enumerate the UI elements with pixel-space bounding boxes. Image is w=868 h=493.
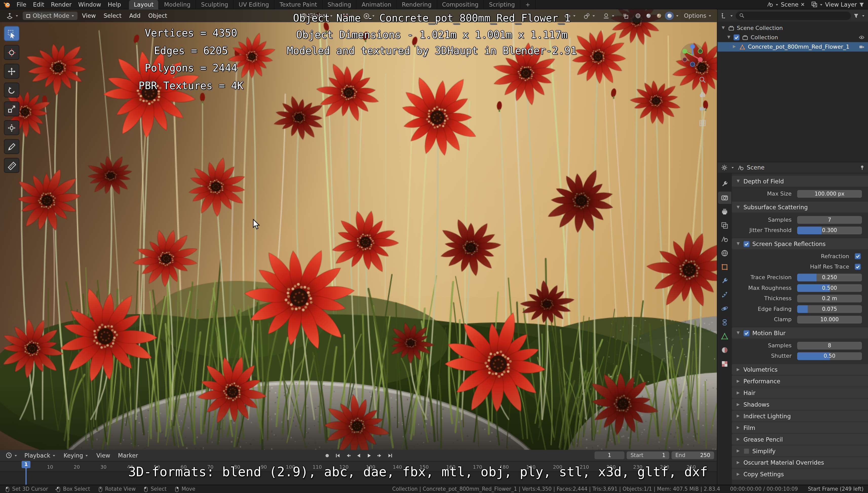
transport-record-button[interactable] [322,451,331,459]
options-button[interactable]: Options [681,12,715,20]
properties-tab-data[interactable] [718,330,731,342]
tab-uv-editing[interactable]: UV Editing [234,0,275,9]
nav-camera-button[interactable] [698,105,707,112]
panel-hair[interactable]: ▶Hair [732,387,868,398]
current-frame-field[interactable]: 1 [594,451,624,459]
timeline-editor-button[interactable] [3,451,21,460]
menu-help[interactable]: Help [104,0,124,9]
toggle-eye-icon[interactable] [859,35,865,41]
field-samples[interactable]: 8 [797,342,862,349]
tab-modeling[interactable]: Modeling [159,0,196,9]
transport-key-prev-button[interactable] [343,451,352,459]
slider-trace-precision[interactable]: 0.250 [797,273,862,281]
end-frame-field[interactable]: End250 [671,451,714,459]
panel-simplify[interactable]: ▶Simplify [732,445,868,456]
tool-transform[interactable] [4,120,19,135]
panel-expander-icon[interactable]: ▼ [736,179,741,183]
panel-expander-icon[interactable]: ▶ [736,379,741,383]
properties-tab-material[interactable] [718,344,731,356]
panel-expander-icon[interactable]: ▶ [736,368,741,371]
panel-checkbox-screen-space-reflections[interactable] [743,241,750,247]
view-layer-selector[interactable]: View Layer [811,1,865,7]
panel-checkbox-motion-blur[interactable] [743,330,750,336]
panel-copy-settings[interactable]: ▶Copy Settings [732,469,868,480]
panel-subsurface-scattering[interactable]: ▼Subsurface Scattering [732,202,868,213]
panel-expander-icon[interactable]: ▼ [736,205,741,209]
shading-sphere-rend[interactable] [665,12,674,20]
field-samples[interactable]: 7 [797,216,862,224]
menu-render[interactable]: Render [48,0,75,9]
tab-texture-paint[interactable]: Texture Paint [275,0,323,9]
viewport-menu-view[interactable]: View [79,13,99,19]
viewport-render[interactable] [0,9,717,450]
tab-animation[interactable]: Animation [356,0,397,9]
timeline-menu-keying[interactable]: Keying [60,450,93,461]
scene-selector[interactable]: Scene [767,1,806,7]
tab-compositing[interactable]: Compositing [437,0,484,9]
panel-expander-icon[interactable]: ▶ [736,402,741,406]
collection-checkbox[interactable] [734,35,740,41]
properties-tab-world[interactable] [718,247,731,259]
tool-scale[interactable] [4,101,19,116]
checkbox-half-res-trace[interactable] [855,264,861,270]
nav-hand-button[interactable] [698,90,707,98]
tab-shading[interactable]: Shading [323,0,357,9]
tab-layout[interactable]: Layout [129,0,159,9]
properties-tab-viewlayer[interactable] [718,219,731,232]
transport-skip-end-button[interactable] [385,451,395,459]
shading-sphere-wire[interactable] [633,12,642,20]
slider-edge-fading[interactable]: 0.075 [797,305,862,313]
tab-add[interactable]: + [521,0,536,9]
tool-measure[interactable] [4,158,19,173]
timeline-menu-view[interactable]: View [92,450,114,461]
field-thickness[interactable]: 0.2 m [797,294,862,302]
transport-key-next-button[interactable] [375,451,384,459]
slider-shutter[interactable]: 0.50 [797,352,862,360]
menu-window[interactable]: Window [75,0,105,9]
tab-sculpting[interactable]: Sculpting [196,0,234,9]
properties-tab-texture[interactable] [718,358,731,370]
panel-indirect-lighting[interactable]: ▶Indirect Lighting [732,410,868,422]
panel-grease-pencil[interactable]: ▶Grease Pencil [732,434,868,445]
menu-edit[interactable]: Edit [30,0,48,9]
tool-select-box[interactable] [4,26,19,41]
outliner-row-concrete-pot-800mm-red-flower-1[interactable]: ▶Concrete_pot_800mm_Red_Flower_1 [718,42,868,51]
shading-sphere-solid[interactable] [644,12,653,20]
properties-tab-output[interactable] [718,206,731,218]
properties-tab-object[interactable] [718,261,731,273]
panel-expander-icon[interactable]: ▶ [736,437,741,441]
panel-checkbox-simplify[interactable] [743,448,750,454]
panel-expander-icon[interactable]: ▶ [736,460,741,464]
transport-skip-start-button[interactable] [333,451,342,459]
menu-file[interactable]: File [13,0,30,9]
mode-selector[interactable]: Object Mode [23,12,78,20]
navigation-gizmo[interactable] [680,43,706,69]
field-max-size[interactable]: 100.000 px [797,190,862,198]
properties-tab-constraints[interactable] [718,316,731,328]
timeline-menu-marker[interactable]: Marker [114,450,142,461]
expander-icon[interactable]: ▼ [721,26,726,30]
panel-oscurart-material-overrides[interactable]: ▶Oscurart Material Overrides [732,457,868,468]
viewport-menu-select[interactable]: Select [100,13,125,19]
nav-zoom-button[interactable] [698,76,707,84]
blender-menu-button[interactable] [3,0,11,8]
outliner-row-scene-collection[interactable]: ▼Scene Collection [718,23,868,33]
panel-expander-icon[interactable]: ▶ [736,414,741,418]
panel-screen-space-reflections[interactable]: ▼Screen Space Reflections [732,238,868,249]
field-clamp[interactable]: 10.000 [797,316,862,323]
tool-rotate[interactable] [4,83,19,98]
timeline-menu-playback[interactable]: Playback [21,450,60,461]
expander-icon[interactable]: ▶ [732,45,737,49]
properties-tab-scene[interactable] [718,233,731,245]
panel-motion-blur[interactable]: ▼Motion Blur [732,327,868,339]
tool-annotate[interactable] [4,139,19,154]
properties-tab-physics[interactable] [718,302,731,315]
properties-tab-tool[interactable] [718,178,731,190]
panel-volumetrics[interactable]: ▶Volumetrics [732,364,868,375]
start-frame-field[interactable]: Start1 [627,451,669,459]
properties-tab-modifiers[interactable] [718,275,731,287]
outliner-row-collection[interactable]: ▼Collection [718,33,868,42]
shading-sphere-mat[interactable] [654,12,663,20]
panel-expander-icon[interactable]: ▼ [736,242,741,245]
playhead[interactable]: 1 [26,461,27,485]
